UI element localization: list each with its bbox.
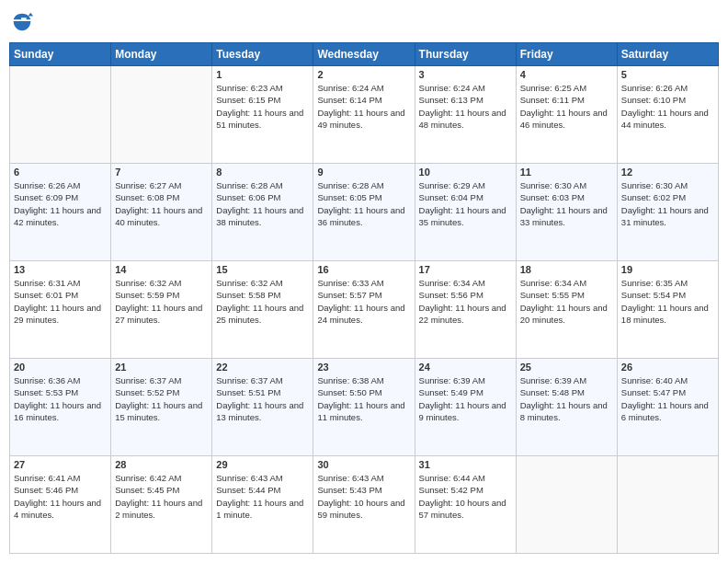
calendar-cell: 21Sunrise: 6:37 AMSunset: 5:52 PMDayligh… [111,359,212,456]
calendar-cell: 9Sunrise: 6:28 AMSunset: 6:05 PMDaylight… [313,164,415,261]
day-info: Sunrise: 6:39 AMSunset: 5:49 PMDaylight:… [419,374,512,423]
day-number: 20 [14,362,107,373]
calendar-header-thursday: Thursday [415,43,516,66]
day-info: Sunrise: 6:36 AMSunset: 5:53 PMDaylight:… [14,374,107,423]
calendar-cell: 18Sunrise: 6:34 AMSunset: 5:55 PMDayligh… [516,261,617,359]
day-number: 4 [520,69,613,80]
calendar-cell: 3Sunrise: 6:24 AMSunset: 6:13 PMDaylight… [415,66,516,164]
day-number: 12 [621,167,714,178]
day-number: 17 [419,264,512,275]
day-info: Sunrise: 6:39 AMSunset: 5:48 PMDaylight:… [520,374,613,423]
calendar-header-monday: Monday [111,43,212,66]
day-info: Sunrise: 6:44 AMSunset: 5:42 PMDaylight:… [419,472,512,521]
calendar-cell [111,66,212,164]
calendar-cell: 12Sunrise: 6:30 AMSunset: 6:02 PMDayligh… [617,164,718,261]
day-number: 27 [14,459,107,470]
calendar-cell: 28Sunrise: 6:42 AMSunset: 5:45 PMDayligh… [111,456,212,554]
calendar-week-row: 6Sunrise: 6:26 AMSunset: 6:09 PMDaylight… [10,164,719,261]
day-number: 9 [317,167,410,178]
day-info: Sunrise: 6:31 AMSunset: 6:01 PMDaylight:… [14,277,107,326]
day-number: 10 [419,167,512,178]
day-info: Sunrise: 6:27 AMSunset: 6:08 PMDaylight:… [115,179,208,228]
day-info: Sunrise: 6:33 AMSunset: 5:57 PMDaylight:… [317,277,410,326]
day-number: 7 [115,167,208,178]
day-number: 1 [216,69,309,80]
day-number: 31 [419,459,512,470]
day-number: 26 [621,362,714,373]
day-number: 24 [419,362,512,373]
day-info: Sunrise: 6:32 AMSunset: 5:58 PMDaylight:… [216,277,309,326]
day-info: Sunrise: 6:42 AMSunset: 5:45 PMDaylight:… [115,472,208,521]
calendar-cell: 20Sunrise: 6:36 AMSunset: 5:53 PMDayligh… [10,359,111,456]
day-number: 19 [621,264,714,275]
day-number: 5 [621,69,714,80]
calendar-week-row: 1Sunrise: 6:23 AMSunset: 6:15 PMDaylight… [10,66,719,164]
day-number: 21 [115,362,208,373]
calendar-header-sunday: Sunday [10,43,111,66]
day-number: 3 [419,69,512,80]
page: SundayMondayTuesdayWednesdayThursdayFrid… [0,0,728,563]
calendar-cell: 22Sunrise: 6:37 AMSunset: 5:51 PMDayligh… [212,359,313,456]
calendar-cell [10,66,111,164]
calendar-week-row: 27Sunrise: 6:41 AMSunset: 5:46 PMDayligh… [10,456,719,554]
calendar-cell: 25Sunrise: 6:39 AMSunset: 5:48 PMDayligh… [516,359,617,456]
calendar-header-row: SundayMondayTuesdayWednesdayThursdayFrid… [10,43,719,66]
day-info: Sunrise: 6:24 AMSunset: 6:13 PMDaylight:… [419,82,512,131]
header [9,9,719,35]
calendar-header-tuesday: Tuesday [212,43,313,66]
calendar-cell: 1Sunrise: 6:23 AMSunset: 6:15 PMDaylight… [212,66,313,164]
calendar-header-wednesday: Wednesday [313,43,415,66]
day-info: Sunrise: 6:29 AMSunset: 6:04 PMDaylight:… [419,179,512,228]
day-info: Sunrise: 6:30 AMSunset: 6:03 PMDaylight:… [520,179,613,228]
calendar-cell: 6Sunrise: 6:26 AMSunset: 6:09 PMDaylight… [10,164,111,261]
day-number: 29 [216,459,309,470]
day-info: Sunrise: 6:37 AMSunset: 5:52 PMDaylight:… [115,374,208,423]
calendar-cell: 31Sunrise: 6:44 AMSunset: 5:42 PMDayligh… [415,456,516,554]
day-info: Sunrise: 6:34 AMSunset: 5:55 PMDaylight:… [520,277,613,326]
calendar-cell: 10Sunrise: 6:29 AMSunset: 6:04 PMDayligh… [415,164,516,261]
day-info: Sunrise: 6:23 AMSunset: 6:15 PMDaylight:… [216,82,309,131]
day-info: Sunrise: 6:43 AMSunset: 5:44 PMDaylight:… [216,472,309,521]
calendar-header-saturday: Saturday [617,43,718,66]
calendar-cell: 15Sunrise: 6:32 AMSunset: 5:58 PMDayligh… [212,261,313,359]
calendar-cell: 2Sunrise: 6:24 AMSunset: 6:14 PMDaylight… [313,66,415,164]
calendar-cell: 16Sunrise: 6:33 AMSunset: 5:57 PMDayligh… [313,261,415,359]
day-info: Sunrise: 6:40 AMSunset: 5:47 PMDaylight:… [621,374,714,423]
day-number: 15 [216,264,309,275]
calendar-cell: 4Sunrise: 6:25 AMSunset: 6:11 PMDaylight… [516,66,617,164]
day-number: 6 [14,167,107,178]
day-info: Sunrise: 6:24 AMSunset: 6:14 PMDaylight:… [317,82,410,131]
day-info: Sunrise: 6:38 AMSunset: 5:50 PMDaylight:… [317,374,410,423]
calendar-week-row: 20Sunrise: 6:36 AMSunset: 5:53 PMDayligh… [10,359,719,456]
day-info: Sunrise: 6:37 AMSunset: 5:51 PMDaylight:… [216,374,309,423]
logo [9,9,39,35]
day-info: Sunrise: 6:28 AMSunset: 6:06 PMDaylight:… [216,179,309,228]
day-number: 22 [216,362,309,373]
day-info: Sunrise: 6:26 AMSunset: 6:09 PMDaylight:… [14,179,107,228]
calendar-cell: 19Sunrise: 6:35 AMSunset: 5:54 PMDayligh… [617,261,718,359]
day-info: Sunrise: 6:28 AMSunset: 6:05 PMDaylight:… [317,179,410,228]
day-number: 13 [14,264,107,275]
day-number: 18 [520,264,613,275]
day-number: 8 [216,167,309,178]
day-info: Sunrise: 6:25 AMSunset: 6:11 PMDaylight:… [520,82,613,131]
calendar-cell: 8Sunrise: 6:28 AMSunset: 6:06 PMDaylight… [212,164,313,261]
calendar-cell [516,456,617,554]
day-number: 25 [520,362,613,373]
day-number: 23 [317,362,410,373]
logo-icon [9,9,35,35]
calendar-cell: 5Sunrise: 6:26 AMSunset: 6:10 PMDaylight… [617,66,718,164]
calendar-cell: 27Sunrise: 6:41 AMSunset: 5:46 PMDayligh… [10,456,111,554]
day-info: Sunrise: 6:41 AMSunset: 5:46 PMDaylight:… [14,472,107,521]
day-info: Sunrise: 6:26 AMSunset: 6:10 PMDaylight:… [621,82,714,131]
day-number: 2 [317,69,410,80]
calendar-cell: 14Sunrise: 6:32 AMSunset: 5:59 PMDayligh… [111,261,212,359]
day-number: 28 [115,459,208,470]
calendar-cell: 17Sunrise: 6:34 AMSunset: 5:56 PMDayligh… [415,261,516,359]
day-info: Sunrise: 6:30 AMSunset: 6:02 PMDaylight:… [621,179,714,228]
calendar-cell: 13Sunrise: 6:31 AMSunset: 6:01 PMDayligh… [10,261,111,359]
calendar-cell: 30Sunrise: 6:43 AMSunset: 5:43 PMDayligh… [313,456,415,554]
day-info: Sunrise: 6:34 AMSunset: 5:56 PMDaylight:… [419,277,512,326]
calendar-week-row: 13Sunrise: 6:31 AMSunset: 6:01 PMDayligh… [10,261,719,359]
day-number: 30 [317,459,410,470]
